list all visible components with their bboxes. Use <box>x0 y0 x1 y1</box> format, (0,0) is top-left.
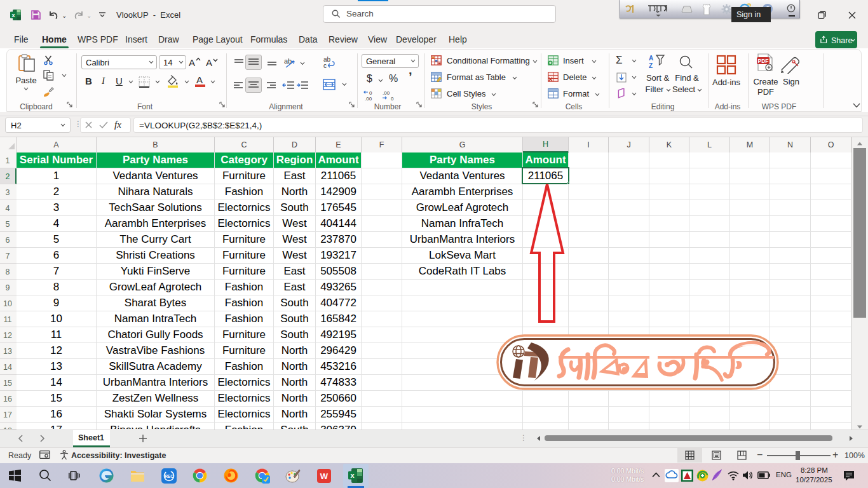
svg-text:c: c <box>323 62 327 69</box>
svg-text:x: x <box>350 471 355 479</box>
svg-text:A: A <box>649 55 653 62</box>
svg-text:PDF: PDF <box>758 58 769 64</box>
svg-text:Z: Z <box>649 62 653 69</box>
svg-text:0: 0 <box>369 90 372 96</box>
svg-text:REC: REC <box>165 474 173 478</box>
svg-text:.00: .00 <box>383 90 390 96</box>
svg-text:0: 0 <box>391 96 394 101</box>
svg-text:W: W <box>320 471 329 481</box>
svg-text:.00: .00 <box>365 96 372 101</box>
svg-text:x: x <box>11 12 15 18</box>
